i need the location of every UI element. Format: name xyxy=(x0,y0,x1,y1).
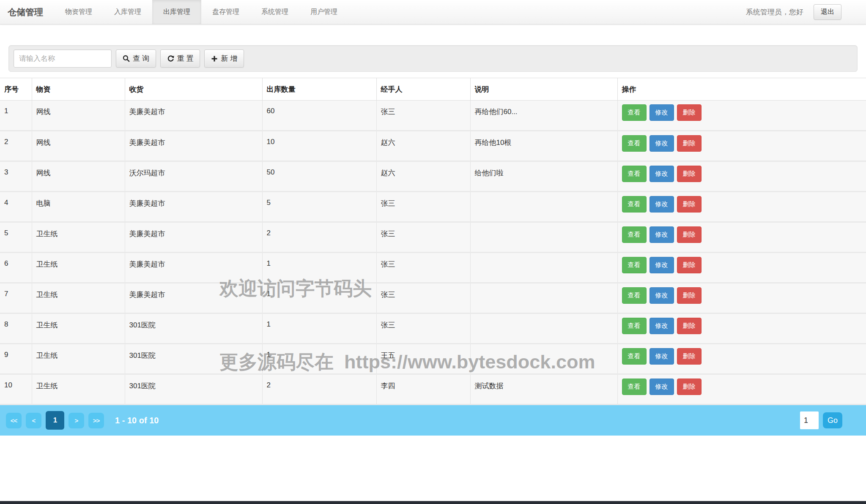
nav-item-5[interactable]: 用户管理 xyxy=(299,0,348,24)
nav-item-0[interactable]: 物资管理 xyxy=(54,0,103,24)
cell-material: 卫生纸 xyxy=(32,283,125,313)
cell-receiver: 美廉美超市 xyxy=(125,222,262,253)
cell-index: 2 xyxy=(0,131,32,161)
table-row: 2网线美廉美超市10赵六再给他10根查看修改删除 xyxy=(0,131,866,161)
cell-receiver: 301医院 xyxy=(125,374,262,405)
cell-index: 3 xyxy=(0,161,32,192)
cell-receiver: 美廉美超市 xyxy=(125,283,262,313)
cell-receiver: 301医院 xyxy=(125,344,262,374)
edit-button[interactable]: 修改 xyxy=(650,379,674,395)
view-button[interactable]: 查看 xyxy=(622,379,647,395)
delete-button[interactable]: 删除 xyxy=(677,348,702,365)
pagination-bar: << < 1 > >> 1 - 10 of 10 Go xyxy=(0,405,866,436)
cell-index: 1 xyxy=(0,101,32,131)
edit-button[interactable]: 修改 xyxy=(650,226,674,243)
cell-index: 7 xyxy=(0,283,32,313)
edit-button[interactable]: 修改 xyxy=(650,196,674,212)
navbar: 仓储管理 物资管理入库管理出库管理盘存管理系统管理用户管理 系统管理员，您好 退… xyxy=(0,0,866,25)
delete-button[interactable]: 删除 xyxy=(677,226,702,243)
reset-button[interactable]: 重 置 xyxy=(160,49,200,68)
view-button[interactable]: 查看 xyxy=(622,318,647,334)
nav-item-2[interactable]: 出库管理 xyxy=(152,0,201,24)
cell-receiver: 美廉美超市 xyxy=(125,101,262,131)
cell-quantity: 1 xyxy=(262,253,376,283)
view-button[interactable]: 查看 xyxy=(622,196,647,212)
nav-item-4[interactable]: 系统管理 xyxy=(250,0,299,24)
search-input[interactable] xyxy=(14,49,112,68)
cell-actions: 查看修改删除 xyxy=(617,192,866,222)
search-icon xyxy=(123,55,130,62)
go-button[interactable]: Go xyxy=(823,412,842,428)
goto-page-input[interactable] xyxy=(800,411,819,429)
cell-handler: 赵六 xyxy=(376,131,470,161)
first-page-button[interactable]: << xyxy=(6,413,22,428)
cell-index: 6 xyxy=(0,253,32,283)
cell-actions: 查看修改删除 xyxy=(617,222,866,253)
cell-handler: 李四 xyxy=(376,374,470,405)
add-button[interactable]: 新 增 xyxy=(204,49,244,68)
delete-button[interactable]: 删除 xyxy=(677,379,702,395)
cell-quantity: 2 xyxy=(262,374,376,405)
cell-receiver: 美廉美超市 xyxy=(125,131,262,161)
cell-note xyxy=(470,344,617,374)
delete-button[interactable]: 删除 xyxy=(677,196,702,212)
logout-button[interactable]: 退出 xyxy=(814,4,841,20)
view-button[interactable]: 查看 xyxy=(622,104,647,121)
view-button[interactable]: 查看 xyxy=(622,226,647,243)
cell-quantity: 5 xyxy=(262,192,376,222)
cell-actions: 查看修改删除 xyxy=(617,101,866,131)
view-button[interactable]: 查看 xyxy=(622,135,647,152)
nav-item-1[interactable]: 入库管理 xyxy=(103,0,152,24)
view-button[interactable]: 查看 xyxy=(622,287,647,304)
table-row: 1网线美廉美超市60张三再给他们60...查看修改删除 xyxy=(0,101,866,131)
delete-button[interactable]: 删除 xyxy=(677,104,702,121)
current-page-button[interactable]: 1 xyxy=(46,411,64,430)
main-nav: 物资管理入库管理出库管理盘存管理系统管理用户管理 xyxy=(54,0,348,24)
edit-button[interactable]: 修改 xyxy=(650,287,674,304)
cell-index: 5 xyxy=(0,222,32,253)
next-page-button[interactable]: > xyxy=(69,413,84,428)
edit-button[interactable]: 修改 xyxy=(650,318,674,334)
edit-button[interactable]: 修改 xyxy=(650,104,674,121)
cell-quantity: 1 xyxy=(262,283,376,313)
cell-index: 4 xyxy=(0,192,32,222)
cell-index: 10 xyxy=(0,374,32,405)
cell-index: 9 xyxy=(0,344,32,374)
cell-quantity: 10 xyxy=(262,131,376,161)
cell-material: 卫生纸 xyxy=(32,344,125,374)
cell-material: 卫生纸 xyxy=(32,222,125,253)
cell-handler: 张三 xyxy=(376,313,470,344)
delete-button[interactable]: 删除 xyxy=(677,166,702,182)
cell-handler: 张三 xyxy=(376,192,470,222)
delete-button[interactable]: 删除 xyxy=(677,257,702,273)
prev-page-button[interactable]: < xyxy=(26,413,41,428)
view-button[interactable]: 查看 xyxy=(622,166,647,182)
nav-item-3[interactable]: 盘存管理 xyxy=(201,0,250,24)
pagination-goto: Go xyxy=(800,411,842,429)
pagination-summary: 1 - 10 of 10 xyxy=(115,416,159,425)
cell-material: 卫生纸 xyxy=(32,313,125,344)
delete-button[interactable]: 删除 xyxy=(677,287,702,304)
edit-button[interactable]: 修改 xyxy=(650,257,674,273)
search-button[interactable]: 查 询 xyxy=(116,49,156,68)
cell-material: 电脑 xyxy=(32,192,125,222)
cell-material: 网线 xyxy=(32,131,125,161)
user-greeting: 系统管理员，您好 xyxy=(746,7,803,17)
table-row: 3网线沃尔玛超市50赵六给他们啦查看修改删除 xyxy=(0,161,866,192)
table-row: 5卫生纸美廉美超市2张三查看修改删除 xyxy=(0,222,866,253)
last-page-button[interactable]: >> xyxy=(88,413,104,428)
table-row: 8卫生纸301医院1张三查看修改删除 xyxy=(0,313,866,344)
cell-quantity: 1 xyxy=(262,313,376,344)
header-quantity: 出库数量 xyxy=(262,78,376,101)
edit-button[interactable]: 修改 xyxy=(650,135,674,152)
cell-quantity: 1 xyxy=(262,344,376,374)
edit-button[interactable]: 修改 xyxy=(650,166,674,182)
edit-button[interactable]: 修改 xyxy=(650,348,674,365)
view-button[interactable]: 查看 xyxy=(622,348,647,365)
cell-handler: 张三 xyxy=(376,222,470,253)
bottom-bar xyxy=(0,501,866,504)
view-button[interactable]: 查看 xyxy=(622,257,647,273)
delete-button[interactable]: 删除 xyxy=(677,135,702,152)
delete-button[interactable]: 删除 xyxy=(677,318,702,334)
cell-actions: 查看修改删除 xyxy=(617,161,866,192)
